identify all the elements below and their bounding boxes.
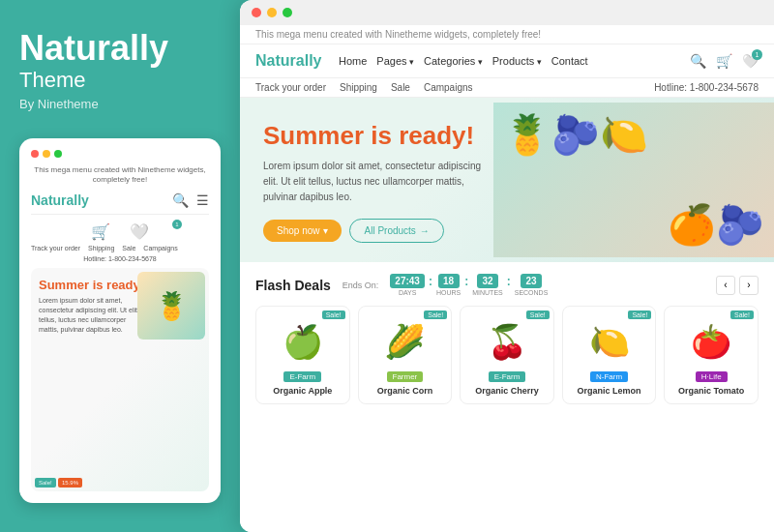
mobile-hotline: Hotline: 1-800-234-5678 [31, 255, 209, 262]
countdown-minutes-label: MINUTES [472, 289, 503, 296]
countdown-separator-1: : [429, 275, 432, 288]
flash-deals-section: Flash Deals Ends On: 27:43 DAYS : 18 HOU… [240, 262, 774, 532]
tomato-image: 🍅 [682, 314, 740, 368]
site-nav-right: 🔍 🛒 🤍 1 [690, 53, 759, 69]
tomato-name: Organic Tomato [678, 386, 744, 396]
apple-sale-badge: Sale! [322, 310, 345, 319]
product-card-cherry[interactable]: Sale! 🍒 E-Farm Organic Cherry [460, 306, 554, 404]
tomato-sale-badge: Sale! [730, 310, 754, 319]
nav-products[interactable]: Products [492, 55, 542, 67]
search-icon[interactable]: 🔍 [690, 53, 706, 69]
mobile-secondary-nav: Track your order Shipping Sale Campaigns [31, 245, 209, 251]
site-nav-links: Home Pages Categories Products Contact [339, 55, 674, 67]
flash-ends-on: Ends On: [342, 281, 379, 290]
mobile-navbar: Naturally 🔍 ☰ [31, 192, 209, 215]
countdown-seconds: 23 SECONDS [515, 274, 549, 296]
tomato-seller: H·Life [696, 371, 728, 382]
cherry-image: 🍒 [478, 314, 536, 368]
arrow-right-icon: → [420, 225, 430, 236]
fruit-display [493, 103, 774, 257]
countdown-minutes-value: 32 [477, 274, 498, 288]
corn-seller: Farmer [387, 371, 424, 382]
nav-categories[interactable]: Categories [424, 55, 483, 67]
mobile-hero: Summer is ready! Lorem ipsum dolor sit a… [31, 268, 209, 491]
countdown-separator-2: : [464, 275, 468, 288]
site-top-banner: This mega menu created with Ninetheme wi… [240, 25, 774, 44]
cart-icon[interactable]: 🛒 [716, 53, 732, 69]
countdown-days-value: 27:43 [390, 274, 425, 288]
secondary-sale[interactable]: Sale [391, 82, 410, 93]
flash-deals-title: Flash Deals [255, 278, 331, 293]
mobile-hero-fruit-image: 🍍 [137, 272, 205, 340]
brand-title: Naturally [19, 29, 221, 68]
mobile-sale-badge: Sale! [35, 478, 56, 488]
brand-by: By Ninetheme [19, 97, 221, 111]
chevron-down-icon: ▾ [323, 225, 328, 236]
nav-pages[interactable]: Pages [376, 55, 414, 67]
countdown-separator-3: : [507, 275, 511, 288]
mobile-cart-icon[interactable]: 🛒 [91, 222, 110, 241]
red-dot [31, 150, 39, 158]
right-panel: This mega menu created with Ninetheme wi… [240, 0, 774, 532]
flash-prev-button[interactable]: ‹ [716, 276, 735, 295]
product-card-tomato[interactable]: Sale! 🍅 H·Life Organic Tomato [664, 306, 759, 404]
hero-description: Lorem ipsum dolor sit amet, consectetur … [263, 159, 495, 205]
wishlist-badge: 1 [752, 49, 762, 60]
browser-dot-yellow [267, 8, 277, 17]
product-card-lemon[interactable]: Sale! 🍋 N-Farm Organic Lemon [562, 306, 657, 404]
countdown-timer: 27:43 DAYS : 18 HOURS : 32 MINUTES : 23 … [390, 274, 548, 296]
flash-nav-controls: ‹ › [716, 276, 759, 295]
countdown-minutes: 32 MINUTES [472, 274, 503, 296]
mobile-sale: Sale [122, 245, 135, 251]
countdown-days: 27:43 DAYS [390, 274, 425, 296]
lemon-image: 🍋 [580, 314, 639, 368]
site-hero: Summer is ready! Lorem ipsum dolor sit a… [240, 98, 774, 262]
mobile-cart-badge: 1 [172, 220, 182, 229]
countdown-seconds-value: 23 [521, 274, 542, 288]
lemon-name: Organic Lemon [578, 386, 641, 396]
product-cards: Sale! 🍏 E-Farm Organic Apple Sale! 🌽 Far… [255, 306, 759, 404]
cherry-seller: E-Farm [489, 371, 526, 382]
mobile-track-order: Track your order [31, 245, 80, 251]
mobile-menu-icon[interactable]: ☰ [196, 192, 209, 208]
site-logo: Naturally [255, 52, 323, 70]
site-navbar: Naturally Home Pages Categories Products… [240, 44, 774, 78]
countdown-seconds-label: SECONDS [515, 289, 549, 296]
site-secondary-nav: Track your order Shipping Sale Campaigns… [240, 78, 774, 98]
secondary-track-order[interactable]: Track your order [255, 82, 326, 93]
product-card-corn[interactable]: Sale! 🌽 Farmer Organic Corn [358, 306, 453, 404]
hero-content: Summer is ready! Lorem ipsum dolor sit a… [263, 121, 495, 243]
mobile-search-icon[interactable]: 🔍 [172, 192, 189, 208]
secondary-shipping[interactable]: Shipping [340, 82, 377, 93]
secondary-campaigns[interactable]: Campaigns [424, 82, 473, 93]
lemon-seller: N-Farm [590, 371, 628, 382]
all-products-button[interactable]: All Products → [349, 219, 443, 243]
mobile-shipping: Shipping [88, 245, 114, 251]
mobile-campaigns: Campaigns [143, 245, 177, 251]
nav-contact[interactable]: Contact [551, 55, 588, 67]
nav-home[interactable]: Home [339, 55, 367, 67]
mobile-mockup: This mega menu created with Ninetheme wi… [19, 138, 221, 503]
product-card-apple[interactable]: Sale! 🍏 E-Farm Organic Apple [255, 306, 350, 404]
flash-deals-header: Flash Deals Ends On: 27:43 DAYS : 18 HOU… [255, 274, 759, 296]
hero-fruit-image [484, 98, 774, 262]
browser-dot-red [252, 8, 261, 17]
apple-name: Organic Apple [273, 386, 332, 396]
countdown-hours-label: HOURS [436, 289, 461, 296]
corn-name: Organic Corn [377, 386, 433, 396]
green-dot [54, 150, 62, 158]
apple-image: 🍏 [274, 314, 332, 368]
mobile-nav-icons: 🔍 ☰ [172, 192, 209, 208]
apple-seller: E-Farm [283, 371, 321, 382]
corn-image: 🌽 [375, 314, 433, 368]
countdown-hours: 18 HOURS [436, 274, 461, 296]
mobile-window-controls [31, 150, 209, 158]
browser-chrome [240, 0, 774, 25]
countdown-days-label: DAYS [399, 289, 417, 296]
wishlist-icon[interactable]: 🤍 1 [742, 53, 759, 69]
mobile-wishlist-icon[interactable]: 🤍 [130, 222, 149, 241]
mobile-banner-text: This mega menu created with Ninetheme wi… [31, 165, 209, 186]
shop-now-button[interactable]: Shop now ▾ [263, 220, 342, 242]
flash-next-button[interactable]: › [739, 276, 759, 295]
mobile-brand-logo: Naturally [31, 192, 89, 208]
